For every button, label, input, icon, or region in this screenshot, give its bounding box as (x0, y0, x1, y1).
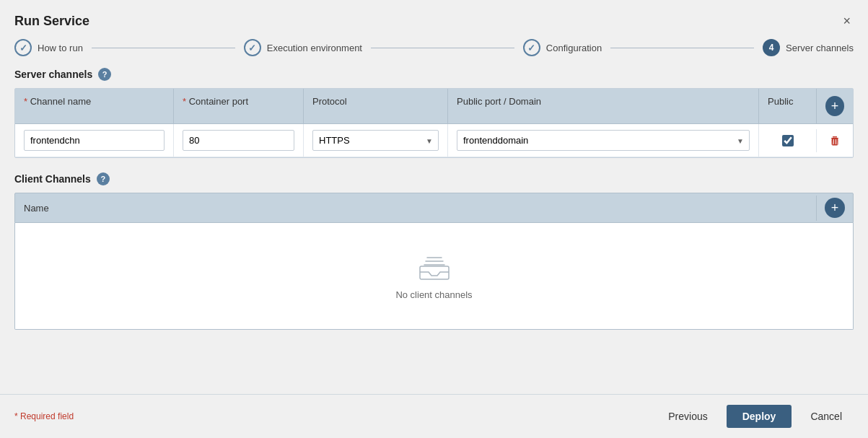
client-channels-empty-text: No client channels (395, 289, 472, 300)
public-checkbox[interactable] (782, 135, 794, 146)
step-3-label: Configuration (546, 43, 602, 53)
step-4-label: Server channels (786, 43, 854, 53)
add-server-channel-button[interactable]: + (825, 96, 844, 116)
domain-select[interactable]: frontenddomain (457, 130, 750, 151)
step-1-circle: ✓ (14, 39, 32, 56)
client-channels-empty-body: No client channels (14, 223, 854, 330)
client-channels-table: Name + No client channels (14, 193, 854, 330)
empty-tray-icon (416, 252, 452, 281)
th-channel-name: Channel name (15, 89, 174, 123)
stepper: ✓ How to run ✓ Execution environment ✓ C… (0, 39, 868, 68)
client-channels-help-icon[interactable]: ? (97, 172, 110, 185)
td-protocol: HTTP HTTPS TCP UDP ▼ (304, 124, 448, 157)
container-port-input[interactable] (183, 130, 294, 151)
step-line-1 (92, 48, 235, 48)
server-channels-table: Channel name Container port Protocol Pub… (14, 88, 854, 158)
footer-buttons: Previous Deploy Cancel (657, 405, 854, 428)
deploy-button[interactable]: Deploy (727, 405, 792, 428)
td-channel-name (15, 124, 174, 157)
step-4-circle: 4 (763, 39, 780, 56)
step-server-channels: 4 Server channels (763, 39, 854, 56)
table-row: HTTP HTTPS TCP UDP ▼ frontenddomain ▼ (15, 124, 853, 157)
th-public-port-domain: Public port / Domain (448, 89, 759, 123)
server-channels-help-icon[interactable]: ? (98, 68, 111, 81)
add-client-channel-button[interactable]: + (825, 198, 845, 218)
dialog-title: Run Service (14, 14, 89, 29)
client-th-name: Name (15, 196, 817, 221)
td-container-port (174, 124, 304, 157)
dialog-header: Run Service × (0, 0, 868, 39)
server-channels-table-header: Channel name Container port Protocol Pub… (15, 89, 853, 124)
cancel-button[interactable]: Cancel (799, 405, 854, 428)
td-public-port-domain: frontenddomain ▼ (448, 124, 759, 157)
step-2-label: Execution environment (267, 43, 362, 53)
th-protocol: Protocol (304, 89, 448, 123)
domain-select-wrapper: frontenddomain ▼ (457, 130, 750, 151)
protocol-select[interactable]: HTTP HTTPS TCP UDP (312, 130, 439, 151)
step-execution-environment: ✓ Execution environment (244, 39, 362, 56)
delete-row-button[interactable] (826, 132, 843, 149)
step-2-circle: ✓ (244, 39, 261, 56)
step-3-circle: ✓ (523, 39, 540, 56)
step-how-to-run: ✓ How to run (14, 39, 83, 56)
client-th-actions: + (817, 193, 853, 222)
protocol-select-wrapper: HTTP HTTPS TCP UDP ▼ (312, 130, 439, 151)
required-field-note: * Required field (14, 411, 74, 421)
dialog-footer: * Required field Previous Deploy Cancel (0, 394, 868, 438)
client-channels-table-header: Name + (14, 193, 854, 223)
td-public (759, 129, 817, 152)
channel-name-input[interactable] (24, 130, 165, 151)
th-container-port: Container port (174, 89, 304, 123)
td-delete (817, 126, 853, 155)
svg-rect-2 (420, 266, 449, 279)
server-channels-section-title: Server channels ? (14, 68, 854, 81)
previous-button[interactable]: Previous (657, 405, 719, 428)
step-configuration: ✓ Configuration (523, 39, 602, 56)
dialog-body: Server channels ? Channel name Container… (0, 68, 868, 394)
delete-icon (829, 135, 841, 146)
close-button[interactable]: × (840, 12, 854, 30)
th-actions: + (817, 89, 853, 123)
th-public: Public (759, 89, 817, 123)
client-channels-section-title: Client Channels ? (14, 172, 854, 185)
step-line-3 (610, 48, 754, 48)
step-line-2 (371, 48, 514, 48)
client-channels-section: Client Channels ? Name + (14, 172, 854, 330)
step-1-label: How to run (38, 43, 83, 53)
run-service-dialog: Run Service × ✓ How to run ✓ Execution e… (0, 0, 868, 438)
